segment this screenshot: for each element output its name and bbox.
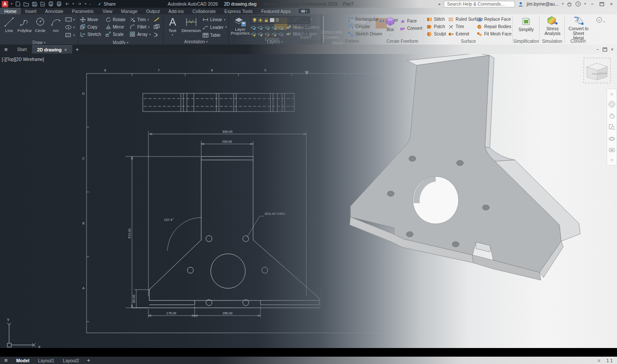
tab-insert[interactable]: Insert: [21, 8, 41, 14]
save-icon[interactable]: [32, 1, 37, 6]
tab-add-ins[interactable]: Add-ins: [164, 8, 188, 14]
redo-caret-icon[interactable]: ▾: [85, 2, 87, 6]
new-file-icon[interactable]: [15, 1, 21, 6]
restore-icon: [600, 2, 604, 6]
axis-button[interactable]: Axis▾: [293, 16, 314, 22]
model-tab[interactable]: Model: [12, 357, 34, 364]
tab-manage[interactable]: Manage: [117, 8, 142, 14]
work-features-panel-label[interactable]: Work Features: [291, 39, 324, 44]
replace-face-button[interactable]: Replace Face: [477, 16, 511, 22]
help-caret-icon[interactable]: ▾: [584, 2, 586, 6]
tab-featured-apps[interactable]: Featured Apps: [257, 8, 295, 14]
full-navigation-wheel-icon[interactable]: [608, 101, 615, 108]
simplify-button[interactable]: Simplify: [516, 16, 536, 32]
tab-view[interactable]: View: [98, 8, 117, 14]
help-icon[interactable]: ?: [575, 1, 581, 6]
tab-home[interactable]: Home: [0, 8, 21, 14]
surface-panel-label[interactable]: Surface: [424, 39, 513, 44]
undo-icon[interactable]: [64, 1, 70, 6]
pattern-panel-label[interactable]: Pattern: [324, 39, 381, 44]
rectangular-pattern-button[interactable]: Rectangular: [348, 16, 382, 22]
point-button[interactable]: Point▾: [293, 23, 314, 30]
pan-hand-icon[interactable]: [608, 112, 615, 119]
ucs-button[interactable]: UCS: [293, 31, 314, 37]
create-freeform-panel-label[interactable]: Create Freeform: [381, 39, 424, 44]
zoom-icon[interactable]: [608, 124, 615, 131]
convert-panel-label[interactable]: Convert: [565, 39, 591, 44]
layout2-tab[interactable]: Layout2: [58, 357, 83, 364]
close-button[interactable]: ×: [608, 1, 614, 6]
stitch-button[interactable]: Stitch: [427, 16, 446, 22]
inventor-status-menu-icon[interactable]: ≡: [598, 358, 600, 363]
ribbon-tab-row: Home Insert Annotate Parametric View Man…: [0, 8, 617, 14]
patch-button[interactable]: Patch: [427, 23, 446, 30]
redo-icon[interactable]: [77, 1, 82, 6]
box-icon: [385, 16, 396, 27]
print-icon[interactable]: [56, 1, 62, 6]
plot-icon[interactable]: [48, 1, 54, 6]
view-cube[interactable]: FRONT RIGHT: [583, 57, 611, 84]
status-bar: ≡ Model Layout1 Layout2 + ≡ 1 1: [0, 357, 617, 364]
tab-annotate[interactable]: Annotate: [41, 8, 67, 14]
minimize-button[interactable]: −: [589, 1, 595, 6]
autocad-logo[interactable]: A: [2, 1, 8, 7]
search-expand-icon[interactable]: ▸: [439, 2, 440, 6]
file-tab-bar: ≡ Start 2D drawing × + − ×: [0, 45, 617, 54]
doc-close-button[interactable]: ×: [611, 47, 614, 52]
repair-bodies-button[interactable]: Repair Bodies: [477, 23, 511, 30]
layout1-tab[interactable]: Layout1: [34, 357, 58, 364]
tab-output[interactable]: Output: [142, 8, 164, 14]
file-tab-close-icon[interactable]: ×: [64, 47, 67, 52]
look-at-icon[interactable]: [608, 147, 615, 153]
ribbon-display-toggle[interactable]: ▾: [596, 17, 605, 24]
circular-pattern-button[interactable]: Circular: [348, 23, 382, 30]
share-icon: [96, 2, 102, 6]
navbar-more-dot-icon[interactable]: [610, 158, 614, 162]
file-tabs-menu-icon[interactable]: ≡: [0, 46, 12, 53]
qat-customize-caret-icon[interactable]: ⌄: [89, 2, 92, 6]
new-drawing-tab-button[interactable]: +: [72, 46, 83, 53]
app-store-icon[interactable]: [567, 2, 572, 6]
media-browser-button[interactable]: ▾: [299, 9, 310, 13]
drawing-viewport[interactable]: [-][Top][2D Wireframe] 8 7 6 5 D C B A: [0, 54, 617, 348]
orbit-icon[interactable]: [608, 135, 615, 142]
doc-minimize-button[interactable]: −: [596, 47, 599, 52]
freeform-box-button[interactable]: Box ▾: [382, 16, 398, 37]
share-button[interactable]: Share: [96, 1, 116, 6]
stress-analysis-button[interactable]: Stress Analysis: [543, 16, 562, 36]
signed-in-user[interactable]: jim.byrne@au...: [527, 1, 559, 6]
convert-to-sheet-metal-button[interactable]: Convert to Sheet Metal: [567, 16, 590, 41]
user-icon[interactable]: [518, 2, 523, 6]
panel-convert: Convert to Sheet Metal Convert: [565, 14, 591, 45]
navbar-expand-dot-icon[interactable]: [610, 93, 614, 96]
tab-collaborate[interactable]: Collaborate: [188, 8, 220, 14]
sketch-driven-pattern-button[interactable]: Sketch Driven: [348, 31, 382, 37]
viewcube-right-label: RIGHT: [600, 72, 607, 75]
doc-restore-button[interactable]: [603, 47, 607, 52]
freeform-convert-button[interactable]: Convert: [400, 25, 422, 32]
new-layout-button[interactable]: +: [84, 357, 94, 364]
viewcube-front-label: FRONT: [592, 73, 601, 75]
sculpt-button[interactable]: Sculpt: [427, 31, 446, 37]
open-folder-icon[interactable]: [23, 1, 29, 6]
axis-caret-icon[interactable]: ▾: [311, 18, 312, 21]
inventor-doc-title: Part7: [343, 1, 354, 6]
point-caret-icon[interactable]: ▾: [312, 25, 314, 29]
simplification-panel-label[interactable]: Simplification ▾: [513, 39, 540, 44]
3d-part-view[interactable]: [0, 54, 617, 348]
restore-button[interactable]: [599, 1, 605, 6]
simulation-panel-label[interactable]: Simulation: [540, 39, 565, 44]
save-as-icon[interactable]: [40, 1, 45, 6]
layout-menu-icon[interactable]: ≡: [0, 357, 12, 364]
tab-express-tools[interactable]: Express Tools: [220, 8, 257, 14]
fit-mesh-face-button[interactable]: Fit Mesh Face: [477, 31, 511, 37]
file-tab-2d-drawing[interactable]: 2D drawing ×: [32, 45, 72, 54]
app-menu-caret-icon[interactable]: ▾: [11, 2, 13, 6]
panel-surface: Stitch Patch Sculpt Ruled Surface Trim E…: [424, 14, 513, 45]
user-menu-caret-icon[interactable]: ▾: [562, 2, 564, 6]
file-tab-start[interactable]: Start: [12, 45, 32, 53]
undo-caret-icon[interactable]: ▾: [73, 2, 74, 6]
freeform-face-button[interactable]: Face: [400, 18, 422, 24]
search-input[interactable]: Search Help & Commands...: [444, 1, 515, 7]
tab-parametric[interactable]: Parametric: [67, 8, 98, 14]
